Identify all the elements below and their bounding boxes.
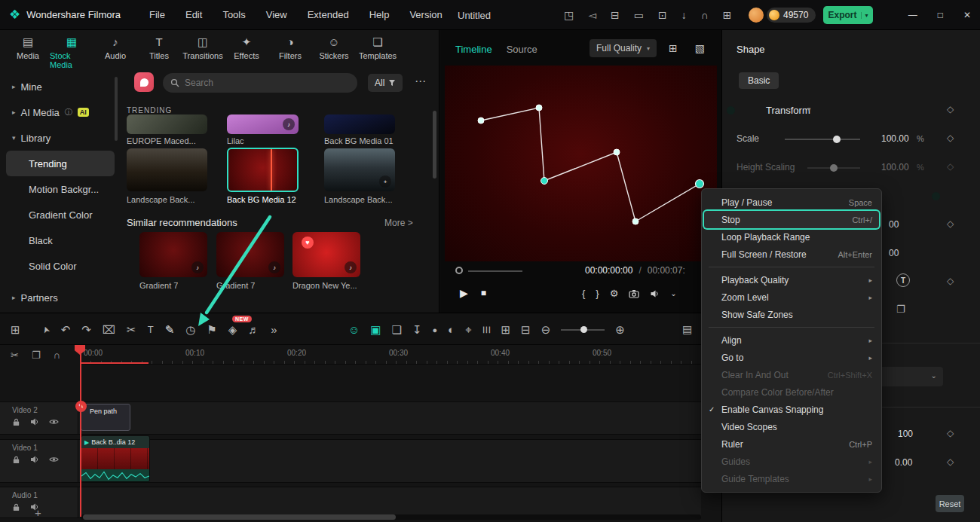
time-ruler[interactable]: 00:00 00:10 00:20 00:30 00:40 00:50 <box>81 345 701 365</box>
mini-timeline-icon[interactable]: ▧ <box>695 42 705 54</box>
beat-detect-icon[interactable]: ♬ <box>248 323 259 336</box>
add-marker-icon[interactable]: ⊞ <box>501 323 510 337</box>
stock-thumb-landscape-2[interactable]: + <box>324 148 395 191</box>
ctx-enable-canvas-snapping[interactable]: ✓Enable Canvas Snapping <box>702 401 881 418</box>
sidebar-item-black[interactable]: Black <box>6 227 115 253</box>
scale-slider[interactable] <box>785 139 860 140</box>
tab-basic[interactable]: Basic <box>739 72 779 89</box>
zoom-slider-knob[interactable] <box>580 326 587 333</box>
track-manager-icon[interactable]: ▤ <box>682 323 692 335</box>
sidebar-item-mine[interactable]: ▸Mine <box>6 74 115 99</box>
quick-split-icon[interactable]: ✂ <box>11 350 19 361</box>
layout-panels-icon[interactable]: ⊟ <box>611 9 620 21</box>
select-tool-icon[interactable]: ➤ <box>39 324 52 334</box>
apps-grid-icon[interactable]: ⊞ <box>723 9 732 21</box>
sidebar-item-motion-backgrounds[interactable]: Motion Backgr... <box>6 176 115 202</box>
search-box[interactable] <box>163 73 357 93</box>
speaker-icon[interactable] <box>650 289 660 298</box>
copy-layers-icon[interactable]: ❐ <box>896 304 905 315</box>
monitor-icon[interactable]: ▭ <box>634 9 644 21</box>
ctx-show-safe-zones[interactable]: Show Safe Zones <box>702 306 881 323</box>
mask-icon[interactable]: ◐ <box>448 323 455 336</box>
tab-filters[interactable]: ◑Filters <box>268 35 312 69</box>
ctx-stop[interactable]: StopCtrl+/ <box>704 211 879 228</box>
maximize-button[interactable]: □ <box>938 10 943 20</box>
split-scissors-icon[interactable]: ✂ <box>127 323 136 337</box>
more-link[interactable]: More > <box>384 218 413 228</box>
delete-icon[interactable]: ⌧ <box>103 323 115 337</box>
stock-thumb-lilac[interactable]: ♪ <box>227 114 299 134</box>
canvas-fit-icon[interactable]: ▣ <box>370 323 381 337</box>
ctx-video-scopes[interactable]: Video Scopes <box>702 418 881 435</box>
ctx-go-to[interactable]: Go to▸ <box>702 349 881 366</box>
reset-button[interactable]: Reset <box>936 495 964 512</box>
sidebar-item-gradient-color[interactable]: Gradient Color <box>6 202 115 227</box>
split-view-icon[interactable]: ⊞ <box>669 42 678 54</box>
keyframe-diamond-icon[interactable]: ◇ <box>947 276 954 286</box>
quality-dropdown[interactable]: Full Quality ▾ <box>590 39 657 57</box>
smart-cutout-icon[interactable]: ☺ <box>348 323 360 336</box>
snapshot-camera-icon[interactable] <box>629 289 639 298</box>
voiceover-mic-icon[interactable]: ⌖ <box>465 323 471 337</box>
collapse-icon[interactable]: ⌄ <box>670 289 676 298</box>
stock-thumb-landscape-1[interactable] <box>127 148 207 191</box>
keyframe-diamond-icon[interactable]: ◇ <box>947 133 954 143</box>
keyframe-diamond-icon[interactable]: ◇ <box>947 456 954 467</box>
ctx-play-pause[interactable]: Play / PauseSpace <box>702 194 881 211</box>
seek-track[interactable] <box>468 270 522 272</box>
tab-stickers[interactable]: ☺Stickers <box>312 35 356 69</box>
sidebar-item-library[interactable]: ▾Library <box>6 125 115 151</box>
stock-provider-icon[interactable] <box>134 72 154 92</box>
export-button[interactable]: Export ▾ <box>823 6 873 24</box>
lock-icon[interactable] <box>12 456 20 464</box>
group-clips-icon[interactable]: ❏ <box>392 323 402 337</box>
auto-ripple-icon[interactable]: ⊟ <box>521 323 531 337</box>
stock-thumb-europe[interactable] <box>127 114 207 134</box>
duration-clock-icon[interactable]: ◷ <box>185 323 195 337</box>
download-icon[interactable]: ↓ <box>681 9 687 21</box>
record-icon[interactable]: ● <box>433 325 438 334</box>
gift-icon[interactable]: ◳ <box>564 9 574 21</box>
sidebar-item-trending[interactable]: Trending <box>6 151 115 176</box>
amount-value[interactable]: 100 <box>898 429 913 439</box>
tab-transitions[interactable]: ◫Transitions <box>181 35 225 69</box>
height-scaling-slider[interactable] <box>807 167 860 169</box>
menu-version[interactable]: Version <box>409 9 442 20</box>
offset-value[interactable]: 0.00 <box>895 457 912 468</box>
more-options-icon[interactable]: ⋯ <box>415 75 426 88</box>
zoom-slider[interactable] <box>561 329 605 331</box>
playhead[interactable] <box>80 345 81 517</box>
clip-back-bg-media-12[interactable]: ▶ Back B..dia 12 <box>81 435 150 482</box>
menu-extended[interactable]: Extended <box>308 9 349 20</box>
undo-icon[interactable]: ↶ <box>61 323 71 337</box>
eye-visibility-icon[interactable] <box>49 418 59 426</box>
tab-media[interactable]: ▤Media <box>6 35 50 69</box>
pen-tool-icon[interactable]: ✎ <box>165 323 175 337</box>
track-audio-1[interactable]: Audio 1 <box>0 487 701 518</box>
save-icon[interactable]: ⊡ <box>658 9 667 21</box>
menu-view[interactable]: View <box>266 9 287 20</box>
lock-icon[interactable] <box>12 503 20 511</box>
mark-out-icon[interactable]: } <box>596 288 599 299</box>
export-frame-icon[interactable]: ↧ <box>412 323 422 337</box>
sidebar-item-solid-color[interactable]: Solid Color <box>6 253 115 279</box>
similar-card-dragon[interactable]: ♥♪ <box>292 232 360 277</box>
stop-button[interactable]: ■ <box>481 288 486 298</box>
timeline-scrollbar[interactable] <box>81 514 701 520</box>
position-x-value[interactable]: 00 <box>889 219 899 230</box>
grid-view-icon[interactable]: ⊞ <box>11 323 20 337</box>
keyframe-diamond-icon[interactable]: ◇ <box>947 218 954 229</box>
mute-speaker-icon[interactable] <box>30 417 39 426</box>
marker-flag-icon[interactable]: ⚑ <box>207 323 216 337</box>
keyframe-diamond-icon[interactable]: ◇ <box>947 428 954 438</box>
more-tools-icon[interactable]: » <box>271 323 277 336</box>
mark-in-icon[interactable]: { <box>582 288 585 299</box>
coin-balance[interactable]: 49570 <box>767 8 816 23</box>
filter-all-dropdown[interactable]: All <box>368 74 403 92</box>
similar-card-gradient-7[interactable]: ♪ <box>139 232 207 277</box>
megaphone-icon[interactable]: ◅ <box>588 9 596 21</box>
sidebar-scrollbar[interactable] <box>115 77 118 141</box>
tab-audio[interactable]: ♪Audio <box>93 35 137 69</box>
eye-visibility-icon[interactable] <box>49 456 59 463</box>
timeline-scrollbar-handle[interactable] <box>83 514 396 520</box>
